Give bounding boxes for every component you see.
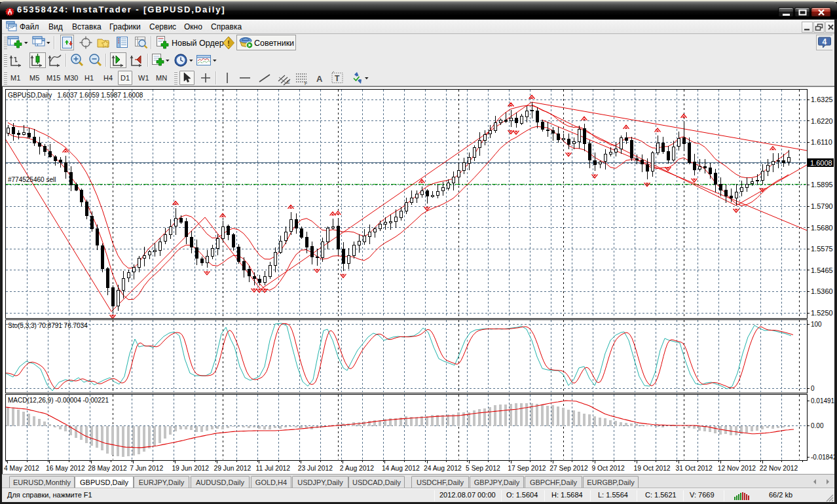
svg-text:1.5680: 1.5680 bbox=[811, 224, 833, 232]
svg-text:29 Jun 2012: 29 Jun 2012 bbox=[214, 465, 251, 472]
svg-text:Советники: Советники bbox=[254, 39, 294, 48]
svg-text:1.6325: 1.6325 bbox=[811, 96, 833, 103]
svg-text:4 May 2012: 4 May 2012 bbox=[4, 465, 39, 472]
svg-text:27 Sep 2012: 27 Sep 2012 bbox=[549, 465, 588, 472]
svg-text:4: 4 bbox=[823, 37, 827, 46]
svg-text:1.5250: 1.5250 bbox=[811, 309, 833, 317]
svg-text:14 Aug 2012: 14 Aug 2012 bbox=[382, 465, 420, 472]
svg-text:1.6008: 1.6008 bbox=[810, 159, 832, 167]
svg-text:19 Oct 2012: 19 Oct 2012 bbox=[634, 465, 671, 472]
svg-text:7 Jun 2012: 7 Jun 2012 bbox=[130, 465, 163, 472]
svg-text:1.5895: 1.5895 bbox=[811, 181, 833, 189]
svg-text:1.6110: 1.6110 bbox=[811, 138, 832, 146]
svg-text:1.5575: 1.5575 bbox=[811, 245, 833, 253]
svg-text:F: F bbox=[305, 81, 307, 86]
svg-text:23 Jul 2012: 23 Jul 2012 bbox=[298, 465, 333, 472]
svg-text:0: 0 bbox=[811, 385, 815, 392]
svg-text:2 Aug 2012: 2 Aug 2012 bbox=[340, 465, 374, 472]
svg-text:9 Oct 2012: 9 Oct 2012 bbox=[591, 465, 625, 472]
svg-text:19 Jun 2012: 19 Jun 2012 bbox=[172, 465, 209, 472]
svg-text:1.5465: 1.5465 bbox=[811, 266, 833, 274]
svg-text:22 Nov 2012: 22 Nov 2012 bbox=[760, 465, 798, 472]
svg-text:E: E bbox=[287, 80, 290, 84]
svg-text:Новый Ордер: Новый Ордер bbox=[172, 39, 224, 48]
svg-text:#774525460 sell: #774525460 sell bbox=[8, 176, 56, 183]
svg-text:100: 100 bbox=[811, 321, 822, 328]
svg-text:1.5790: 1.5790 bbox=[811, 202, 833, 210]
svg-text:28 May 2012: 28 May 2012 bbox=[88, 465, 127, 472]
svg-text:MACD(12,26,9) -0.00004 -0.0022: MACD(12,26,9) -0.00004 -0.00221 bbox=[8, 397, 109, 404]
svg-text:1.6220: 1.6220 bbox=[811, 117, 833, 125]
svg-text:-0.01842: -0.01842 bbox=[811, 454, 834, 461]
svg-text:GBPUSD,Daily 1.6037 1.6059 1: GBPUSD,Daily 1.6037 1.6059 1.5987 1.6008 bbox=[8, 92, 143, 99]
svg-text:1.5360: 1.5360 bbox=[811, 287, 833, 295]
svg-text:31 Oct 2012: 31 Oct 2012 bbox=[676, 465, 713, 472]
svg-text:A: A bbox=[316, 74, 323, 84]
svg-text:17 Sep 2012: 17 Sep 2012 bbox=[508, 465, 546, 472]
svg-text:T: T bbox=[335, 74, 340, 83]
svg-text:24 Aug 2012: 24 Aug 2012 bbox=[424, 465, 462, 472]
svg-text:0.00: 0.00 bbox=[811, 422, 824, 429]
svg-text:11 Jul 2012: 11 Jul 2012 bbox=[256, 465, 291, 472]
svg-text:5 Sep 2012: 5 Sep 2012 bbox=[466, 465, 500, 472]
svg-text:0.01491: 0.01491 bbox=[811, 397, 834, 405]
svg-text:Sto(5,3,3) 70.8791 76.7034: Sto(5,3,3) 70.8791 76.7034 bbox=[8, 322, 88, 329]
svg-text:12 Nov 2012: 12 Nov 2012 bbox=[718, 465, 756, 472]
svg-text:16 May 2012: 16 May 2012 bbox=[46, 465, 85, 472]
svg-text:!: ! bbox=[227, 39, 230, 47]
